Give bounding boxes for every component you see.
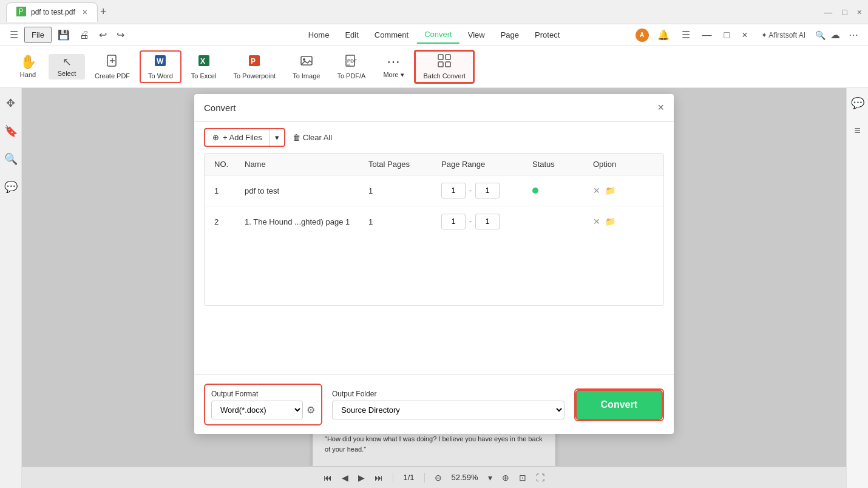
ribbon-more[interactable]: ⋯ More ▾ (375, 53, 412, 81)
row2-range-start[interactable] (441, 214, 466, 229)
ribbon-to-pdfa[interactable]: PDF/A To PDF/A (330, 52, 373, 82)
hamburger-menu-icon[interactable]: ☰ (6, 28, 22, 42)
table-row: 1 pdf to test 1 - (205, 175, 663, 206)
app-window: ☰ File 💾 🖨 ↩ ↪ Home Edit Comment Convert… (0, 24, 868, 488)
to-powerpoint-icon: P (248, 54, 261, 70)
content-area: occupation. "How did you know what I was… (22, 88, 846, 488)
row2-options: ✕ 📁 (593, 217, 654, 226)
minimize-button[interactable]: — (824, 7, 832, 17)
ribbon-to-powerpoint[interactable]: P To Powerpoint (226, 52, 283, 82)
convert-dialog: Convert × ⊕ + Add Files ▾ (194, 94, 674, 434)
row2-range-end[interactable] (475, 214, 500, 229)
select-label: Select (58, 70, 76, 77)
browser-chrome: 🅿 pdf to test.pdf × + — □ × (0, 0, 868, 24)
row2-delete-icon[interactable]: ✕ (593, 217, 600, 226)
select-icon: ↖ (63, 56, 72, 67)
row2-folder-icon[interactable]: 📁 (605, 217, 615, 226)
restore-btn[interactable]: □ (721, 29, 734, 42)
to-pdfa-icon: PDF/A (345, 54, 358, 70)
ribbon-to-image[interactable]: To Image (285, 52, 327, 82)
dialog-spacer (194, 306, 674, 374)
dialog-close-button[interactable]: × (657, 101, 664, 114)
redo-icon[interactable]: ↪ (113, 28, 128, 42)
window-menu-icon[interactable]: ☰ (678, 28, 694, 42)
close-btn[interactable]: × (738, 29, 751, 42)
format-row: Word(*.docx) Excel(*.xlsx) PowerPoint(*.… (211, 401, 315, 419)
hand-label: Hand (20, 71, 36, 78)
cloud-button[interactable]: ☁ (830, 29, 840, 41)
menu-edit[interactable]: Edit (337, 27, 365, 43)
menu-view[interactable]: View (461, 27, 492, 43)
menu-protect[interactable]: Protect (527, 27, 567, 43)
dialog-header: Convert × (194, 94, 674, 122)
clear-all-button[interactable]: 🗑 Clear All (293, 133, 332, 142)
undo-icon[interactable]: ↩ (95, 28, 110, 42)
add-files-button[interactable]: ⊕ + Add Files (205, 129, 270, 146)
batch-convert-label: Batch Convert (423, 72, 466, 80)
ribbon-to-excel[interactable]: X To Excel (184, 52, 224, 82)
ribbon-batch-convert[interactable]: Batch Convert (414, 50, 475, 84)
row2-pages: 1 (368, 217, 441, 226)
row1-range-start[interactable] (441, 183, 466, 198)
extra-menu-icon[interactable]: ⋯ (845, 28, 862, 42)
row1-range-end[interactable] (475, 183, 500, 198)
row1-range-sep: - (469, 186, 472, 195)
row1-folder-icon[interactable]: 📁 (605, 186, 615, 195)
maximize-button[interactable]: □ (842, 7, 847, 17)
tab-close-btn[interactable]: × (83, 7, 87, 17)
col-name: Name (245, 160, 368, 169)
menu-convert[interactable]: Convert (417, 26, 459, 44)
to-excel-label: To Excel (191, 72, 217, 80)
new-tab-button[interactable]: + (100, 5, 107, 18)
sidebar-cursor-icon[interactable]: ✥ (4, 94, 18, 112)
menu-page[interactable]: Page (493, 27, 526, 43)
svg-point-10 (303, 58, 305, 61)
ribbon-select[interactable]: ↖ Select (49, 54, 85, 80)
right-sidebar: 💬 ≡ (846, 88, 868, 488)
to-pdfa-label: To PDF/A (337, 72, 365, 80)
dialog-toolbar: ⊕ + Add Files ▾ 🗑 Clear All (194, 122, 674, 153)
to-image-icon (300, 54, 313, 70)
output-folder-label: Output Folder (332, 390, 565, 398)
right-sidebar-list-icon[interactable]: ≡ (852, 122, 863, 140)
browser-tab[interactable]: 🅿 pdf to test.pdf × (6, 2, 98, 22)
print-icon[interactable]: 🖨 (76, 29, 93, 42)
folder-row: Source Directory Custom Directory (332, 401, 565, 419)
row1-delete-icon[interactable]: ✕ (593, 186, 600, 195)
svg-rect-16 (438, 62, 443, 67)
bell-icon[interactable]: 🔔 (654, 28, 673, 42)
convert-btn-wrapper: Convert (574, 388, 664, 421)
row1-pages: 1 (368, 186, 441, 195)
add-files-dropdown-button[interactable]: ▾ (270, 129, 284, 146)
format-settings-button[interactable]: ⚙ (307, 404, 315, 416)
create-pdf-icon (106, 54, 119, 70)
format-select[interactable]: Word(*.docx) Excel(*.xlsx) PowerPoint(*.… (211, 401, 303, 419)
ribbon-create-pdf[interactable]: Create PDF (87, 52, 137, 82)
sidebar-bookmark-icon[interactable]: 🔖 (2, 122, 20, 140)
sidebar-search-icon[interactable]: 🔍 (2, 150, 20, 168)
dialog-overlay: Convert × ⊕ + Add Files ▾ (22, 88, 846, 488)
svg-text:X: X (200, 57, 205, 66)
minimize-btn[interactable]: — (699, 29, 716, 42)
convert-button[interactable]: Convert (575, 390, 663, 420)
add-files-label: + Add Files (223, 133, 262, 142)
menu-home[interactable]: Home (301, 27, 337, 43)
file-menu-button[interactable]: File (24, 27, 52, 43)
close-app-button[interactable]: × (857, 7, 862, 17)
ribbon-hand[interactable]: ✋ Hand (10, 53, 46, 81)
folder-select[interactable]: Source Directory Custom Directory (332, 401, 565, 419)
right-sidebar-chat-icon[interactable]: 💬 (849, 94, 867, 112)
ribbon-to-word[interactable]: W To Word (140, 50, 181, 83)
row1-status-dot (532, 188, 538, 194)
add-files-group: ⊕ + Add Files ▾ (204, 128, 285, 147)
output-folder-section: Output Folder Source Directory Custom Di… (332, 390, 565, 419)
search-button[interactable]: 🔍 (815, 30, 826, 40)
col-page-range: Page Range (441, 160, 532, 169)
save-icon[interactable]: 💾 (54, 28, 73, 42)
menu-comment[interactable]: Comment (367, 27, 416, 43)
browser-controls: — □ × (824, 7, 862, 17)
to-word-icon: W (154, 54, 167, 70)
row1-options: ✕ 📁 (593, 186, 654, 195)
sidebar-comment-icon[interactable]: 💬 (2, 178, 20, 196)
create-pdf-label: Create PDF (95, 72, 130, 80)
